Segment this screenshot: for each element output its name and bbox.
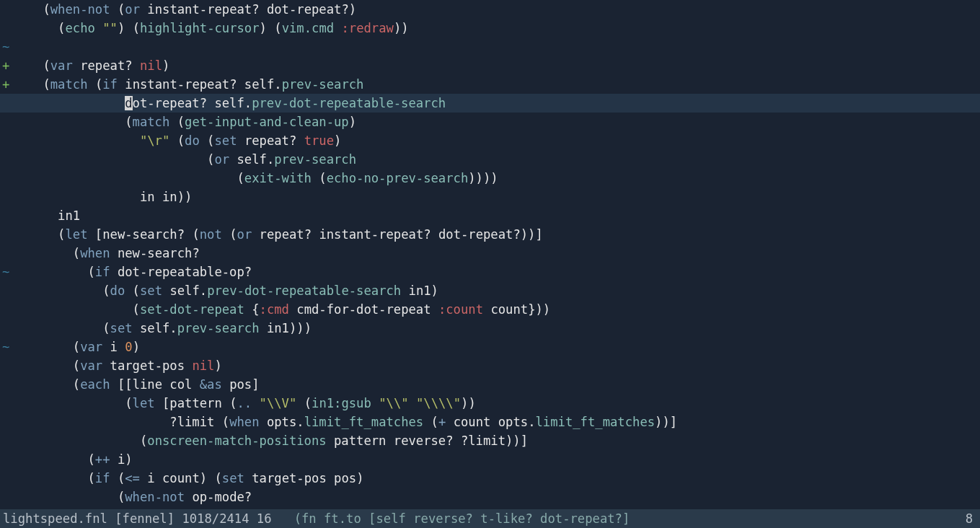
code-content: (if dot-repeatable-op? — [13, 263, 252, 281]
code-line[interactable]: (++ i) — [0, 450, 980, 469]
code-content: (each [[line col &as pos] — [13, 375, 260, 394]
diff-add-marker: + — [0, 75, 13, 94]
code-line[interactable]: (if (<= i count) (set target-pos pos) — [0, 469, 980, 488]
code-line[interactable]: ?limit (when opts.limit_ft_matches (+ co… — [0, 413, 980, 431]
code-content: (when-not (or instant-repeat? dot-repeat… — [13, 0, 356, 19]
code-content: (do (set self.prev-dot-repeatable-search… — [13, 281, 438, 300]
code-line[interactable]: (each [[line col &as pos] — [0, 375, 980, 394]
code-line[interactable]: (when new-search? — [0, 244, 980, 263]
code-line[interactable]: + (match (if instant-repeat? self.prev-s… — [0, 75, 980, 94]
fold-marker: ~ — [0, 338, 13, 356]
code-line[interactable]: in1 — [0, 206, 980, 225]
code-content: (onscreen-match-positions pattern revers… — [13, 431, 528, 450]
code-line[interactable]: in in)) — [0, 188, 980, 206]
code-content: (let [new-search? (not (or repeat? insta… — [13, 225, 543, 244]
fold-marker: ~ — [0, 263, 13, 281]
code-content: (++ i) — [13, 450, 133, 469]
code-content: (var i 0) — [13, 338, 140, 356]
code-line[interactable]: (var target-pos nil) — [0, 356, 980, 375]
diff-add-marker: + — [0, 56, 13, 75]
cursor: d — [125, 96, 132, 110]
code-content: (when-not op-mode? — [13, 488, 252, 506]
code-content: (var target-pos nil) — [13, 356, 222, 375]
code-line[interactable]: dot-repeat? self.prev-dot-repeatable-sea… — [0, 94, 980, 113]
code-line[interactable]: (echo "") (highlight-cursor) (vim.cmd :r… — [0, 19, 980, 38]
code-content: (if (<= i count) (set target-pos pos) — [13, 469, 363, 488]
code-line[interactable]: (onscreen-match-positions pattern revers… — [0, 431, 980, 450]
status-line: lightspeed.fnl [fennel] 1018/2414 16 (fn… — [0, 509, 980, 528]
code-content: (set self.prev-search in1))) — [13, 319, 312, 338]
code-line[interactable]: (match (get-input-and-clean-up) — [0, 113, 980, 131]
code-content: in1 — [13, 206, 80, 225]
code-line[interactable]: (let [pattern (.. "\\V" (in1:gsub "\\" "… — [0, 394, 980, 413]
code-line[interactable]: + (var repeat? nil) — [0, 56, 980, 75]
code-content: (exit-with (echo-no-prev-search)))) — [13, 169, 498, 188]
code-line[interactable]: (exit-with (echo-no-prev-search)))) — [0, 169, 980, 188]
code-content: (var repeat? nil) — [13, 56, 169, 75]
code-line[interactable]: (let [new-search? (not (or repeat? insta… — [0, 225, 980, 244]
status-position: 1018/2414 16 — [182, 509, 271, 528]
code-content: (echo "") (highlight-cursor) (vim.cmd :r… — [13, 19, 409, 38]
code-content: in in)) — [13, 188, 192, 206]
status-filetype: [fennel] — [115, 509, 175, 528]
code-content: (match (get-input-and-clean-up) — [13, 113, 356, 131]
code-line[interactable]: "\r" (do (set repeat? true) — [0, 131, 980, 150]
code-line[interactable]: (when-not (or instant-repeat? dot-repeat… — [0, 0, 980, 19]
code-editor[interactable]: (when-not (or instant-repeat? dot-repeat… — [0, 0, 980, 509]
status-filename: lightspeed.fnl — [3, 509, 107, 528]
code-content: (set-dot-repeat {:cmd cmd-for-dot-repeat… — [13, 300, 550, 319]
status-right: 8 — [966, 509, 977, 528]
code-content: ?limit (when opts.limit_ft_matches (+ co… — [13, 413, 677, 431]
code-content: (match (if instant-repeat? self.prev-sea… — [13, 75, 363, 94]
code-content: (let [pattern (.. "\\V" (in1:gsub "\\" "… — [13, 394, 476, 413]
code-line[interactable]: (set-dot-repeat {:cmd cmd-for-dot-repeat… — [0, 300, 980, 319]
code-line[interactable]: (or self.prev-search — [0, 150, 980, 169]
code-line[interactable]: (do (set self.prev-dot-repeatable-search… — [0, 281, 980, 300]
code-content: (or self.prev-search — [13, 150, 356, 169]
code-line[interactable]: ~ (var i 0) — [0, 338, 980, 356]
fold-marker: ~ — [0, 38, 13, 56]
code-line[interactable]: ~ (if dot-repeatable-op? — [0, 263, 980, 281]
status-context: (fn ft.to [self reverse? t-like? dot-rep… — [294, 509, 630, 528]
code-content: "\r" (do (set repeat? true) — [13, 131, 341, 150]
code-content: dot-repeat? self.prev-dot-repeatable-sea… — [13, 94, 446, 113]
code-content: (when new-search? — [13, 244, 200, 263]
code-line[interactable]: (when-not op-mode? — [0, 488, 980, 506]
code-line[interactable]: (set self.prev-search in1))) — [0, 319, 980, 338]
code-line[interactable]: ~ — [0, 38, 980, 56]
